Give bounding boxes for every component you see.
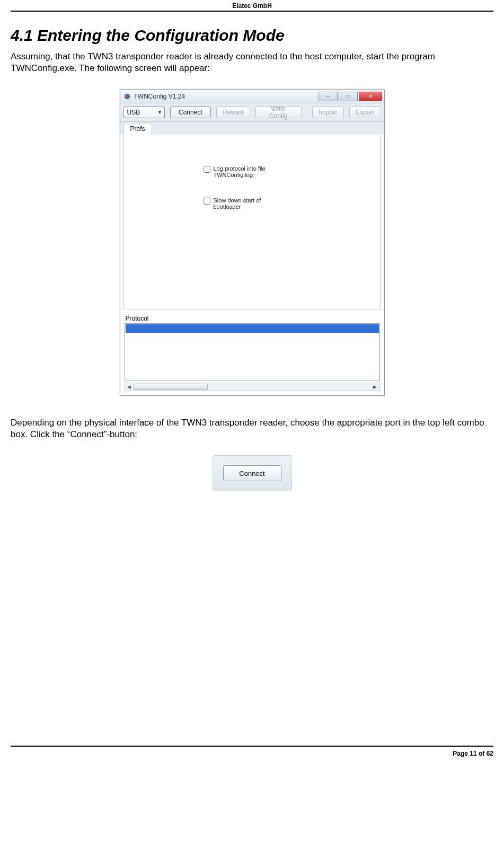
log-protocol-checkbox[interactable] (204, 166, 210, 173)
scroll-track[interactable] (134, 383, 371, 391)
slow-start-row: Slow down start of bootloader (204, 197, 288, 210)
write-config-button: Write Config (255, 107, 302, 118)
close-button[interactable]: ✕ (359, 92, 382, 101)
page-header: Elatec GmbH (11, 0, 493, 11)
log-protocol-row: Log protocol into file TWNConfig.log (204, 165, 288, 178)
port-combo[interactable]: USB ▼ (123, 107, 165, 118)
toolbar: USB ▼ Connect Restart Write Config Impor… (120, 103, 384, 122)
tab-body: Log protocol into file TWNConfig.log Slo… (123, 135, 381, 309)
window-buttons: – □ ✕ (317, 92, 382, 101)
scroll-left-icon[interactable]: ◀ (125, 383, 134, 391)
connect-button[interactable]: Connect (170, 107, 211, 118)
horizontal-scrollbar[interactable]: ◀ ▶ (125, 383, 380, 391)
protocol-label: Protocol (126, 315, 384, 322)
slow-start-checkbox[interactable] (204, 198, 210, 205)
svg-point-1 (126, 95, 128, 98)
connect-button-detail[interactable]: Connect (223, 465, 281, 481)
paragraph-connect: Depending on the physical interface of t… (11, 417, 493, 440)
tab-strip: Prefs (120, 122, 384, 135)
restart-button: Restart (216, 107, 250, 118)
window-title: TWNConfig V1.24 (134, 93, 317, 100)
page-footer: Page 11 of 62 (11, 747, 493, 768)
import-button: Import (312, 107, 344, 118)
tab-prefs[interactable]: Prefs (123, 123, 152, 135)
export-button: Export (349, 107, 381, 118)
port-combo-value: USB (127, 109, 140, 116)
maximize-button[interactable]: □ (339, 92, 358, 101)
window-titlebar: TWNConfig V1.24 – □ ✕ (120, 90, 384, 103)
log-protocol-label: Log protocol into file TWNConfig.log (214, 165, 288, 178)
protocol-selection (126, 324, 379, 333)
paragraph-intro: Assuming, that the TWN3 transponder read… (11, 51, 493, 74)
minimize-button[interactable]: – (319, 92, 338, 101)
app-icon (123, 93, 131, 100)
slow-start-label: Slow down start of bootloader (214, 197, 288, 210)
app-window: TWNConfig V1.24 – □ ✕ USB ▼ Connect Rest… (120, 89, 385, 396)
scroll-right-icon[interactable]: ▶ (371, 383, 379, 391)
header-rule (11, 11, 493, 12)
protocol-box[interactable] (125, 323, 380, 380)
section-heading: 4.1 Entering the Configuration Mode (11, 26, 493, 45)
connect-detail: Connect (213, 455, 292, 491)
scroll-thumb[interactable] (134, 384, 208, 390)
chevron-down-icon: ▼ (157, 110, 162, 115)
